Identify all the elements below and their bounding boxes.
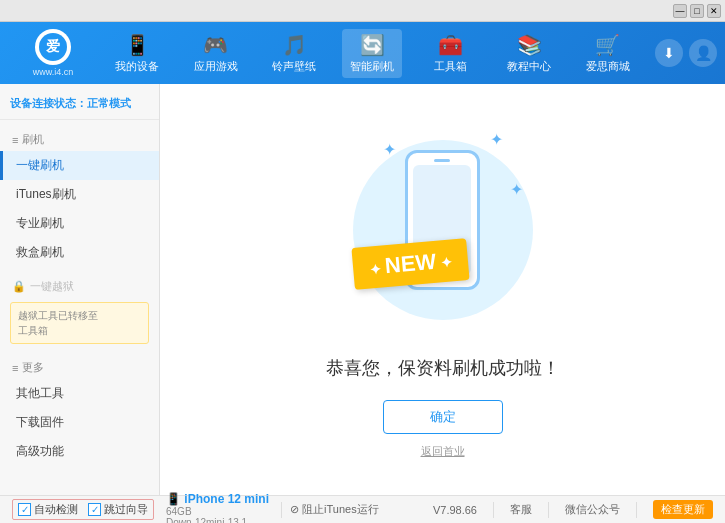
divider-4 — [636, 502, 637, 518]
nav-app-game-label: 应用游戏 — [194, 59, 238, 74]
nav-toolbox-icon: 🧰 — [438, 33, 463, 57]
nav-my-device-icon: 📱 — [125, 33, 150, 57]
jb-notice: 越狱工具已转移至工具箱 — [10, 302, 149, 344]
title-bar: — □ ✕ — [0, 0, 725, 22]
nav-mall-icon: 🛒 — [595, 33, 620, 57]
skip-wizard-checkbox[interactable]: ✓ 跳过向导 — [88, 502, 148, 517]
device-storage: 64GB — [166, 506, 269, 517]
flash-section-title: ≡ 刷机 — [0, 128, 159, 151]
nav-ringtone-label: 铃声壁纸 — [272, 59, 316, 74]
support-link[interactable]: 客服 — [510, 502, 532, 517]
main-content: NEW ✦ ✦ ✦ 恭喜您，保资料刷机成功啦！ 确定 返回首业 — [160, 84, 725, 495]
checkboxes-group: ✓ 自动检测 ✓ 跳过向导 — [12, 499, 154, 520]
sparkle-3: ✦ — [510, 180, 523, 199]
success-illustration: NEW ✦ ✦ ✦ — [343, 120, 543, 340]
sidebar-other-tools[interactable]: 其他工具 — [0, 379, 159, 408]
maximize-btn[interactable]: □ — [690, 4, 704, 18]
version-label: V7.98.66 — [433, 504, 477, 516]
logo-circle: 爱 — [35, 29, 71, 65]
status-value: 正常模式 — [87, 97, 131, 109]
stop-icon: ⊘ — [290, 503, 299, 516]
home-link[interactable]: 返回首业 — [421, 444, 465, 459]
nav-toolbox[interactable]: 🧰 工具箱 — [421, 29, 481, 78]
device-info: 📱 iPhone 12 mini 64GB Down-12mini-13,1 — [162, 492, 273, 524]
phone-speaker — [434, 159, 450, 162]
nav-mall[interactable]: 🛒 爱思商城 — [578, 29, 638, 78]
nav-tutorial-label: 教程中心 — [507, 59, 551, 74]
nav-app-game-icon: 🎮 — [203, 33, 228, 57]
top-nav: 爱 www.i4.cn 📱 我的设备 🎮 应用游戏 🎵 铃声壁纸 🔄 智能刷机 … — [0, 22, 725, 84]
nav-tutorial-icon: 📚 — [517, 33, 542, 57]
sidebar-advanced[interactable]: 高级功能 — [0, 437, 159, 466]
device-name: iPhone 12 mini — [184, 492, 269, 506]
close-btn[interactable]: ✕ — [707, 4, 721, 18]
confirm-button[interactable]: 确定 — [383, 400, 503, 434]
skip-wizard-label: 跳过向导 — [104, 502, 148, 517]
nav-smart-flash[interactable]: 🔄 智能刷机 — [342, 29, 402, 78]
auto-detect-checkbox[interactable]: ✓ 自动检测 — [18, 502, 78, 517]
device-phone-icon: 📱 — [166, 492, 181, 506]
nav-toolbox-label: 工具箱 — [434, 59, 467, 74]
flash-section: ≡ 刷机 一键刷机 iTunes刷机 专业刷机 救盒刷机 — [0, 124, 159, 271]
skip-wizard-box[interactable]: ✓ — [88, 503, 101, 516]
more-section: ≡ 更多 其他工具 下载固件 高级功能 — [0, 352, 159, 470]
user-btn[interactable]: 👤 — [689, 39, 717, 67]
nav-smart-flash-icon: 🔄 — [360, 33, 385, 57]
nav-tutorial[interactable]: 📚 教程中心 — [499, 29, 559, 78]
sidebar-dl-firmware[interactable]: 下载固件 — [0, 408, 159, 437]
sidebar-one-key-flash[interactable]: 一键刷机 — [0, 151, 159, 180]
nav-mall-label: 爱思商城 — [586, 59, 630, 74]
nav-smart-flash-label: 智能刷机 — [350, 59, 394, 74]
sidebar-itunes-flash[interactable]: iTunes刷机 — [0, 180, 159, 209]
nav-my-device[interactable]: 📱 我的设备 — [107, 29, 167, 78]
sidebar-baseband-flash[interactable]: 救盒刷机 — [0, 238, 159, 267]
flash-icon: ≡ — [12, 134, 18, 146]
main-layout: 设备连接状态：正常模式 ≡ 刷机 一键刷机 iTunes刷机 专业刷机 救盒刷机… — [0, 84, 725, 495]
logo-area: 爱 www.i4.cn — [8, 29, 98, 77]
sidebar: 设备连接状态：正常模式 ≡ 刷机 一键刷机 iTunes刷机 专业刷机 救盒刷机… — [0, 84, 160, 495]
minimize-btn[interactable]: — — [673, 4, 687, 18]
sparkle-1: ✦ — [383, 140, 396, 159]
lock-icon: 🔒 — [12, 280, 26, 293]
download-btn[interactable]: ⬇ — [655, 39, 683, 67]
divider-3 — [548, 502, 549, 518]
stop-itunes[interactable]: ⊘ 阻止iTunes运行 — [290, 502, 379, 517]
sparkle-2: ✦ — [490, 130, 503, 149]
update-button[interactable]: 检查更新 — [653, 500, 713, 519]
more-icon: ≡ — [12, 362, 18, 374]
divider-2 — [493, 502, 494, 518]
status-label: 设备连接状态： — [10, 97, 87, 109]
nav-right-buttons: ⬇ 👤 — [655, 39, 717, 67]
jb-section: 🔒 一键越狱 越狱工具已转移至工具箱 — [0, 271, 159, 352]
status-bar: 设备连接状态：正常模式 — [0, 92, 159, 120]
bottom-right: V7.98.66 客服 微信公众号 检查更新 — [433, 500, 713, 519]
sidebar-pro-flash[interactable]: 专业刷机 — [0, 209, 159, 238]
success-title: 恭喜您，保资料刷机成功啦！ — [326, 356, 560, 380]
nav-ringtone[interactable]: 🎵 铃声壁纸 — [264, 29, 324, 78]
logo-inner: 爱 — [39, 33, 67, 61]
bottom-left: ✓ 自动检测 ✓ 跳过向导 📱 iPhone 12 mini 64GB Down… — [12, 492, 379, 524]
nav-items: 📱 我的设备 🎮 应用游戏 🎵 铃声壁纸 🔄 智能刷机 🧰 工具箱 📚 教程中心… — [98, 29, 647, 78]
nav-app-game[interactable]: 🎮 应用游戏 — [186, 29, 246, 78]
divider-1 — [281, 502, 282, 518]
auto-detect-box[interactable]: ✓ — [18, 503, 31, 516]
bottom-bar: ✓ 自动检测 ✓ 跳过向导 📱 iPhone 12 mini 64GB Down… — [0, 495, 725, 523]
nav-ringtone-icon: 🎵 — [282, 33, 307, 57]
more-section-title: ≡ 更多 — [0, 356, 159, 379]
wechat-link[interactable]: 微信公众号 — [565, 502, 620, 517]
nav-my-device-label: 我的设备 — [115, 59, 159, 74]
jb-section-title: 🔒 一键越狱 — [0, 275, 159, 298]
device-model: Down-12mini-13,1 — [166, 517, 269, 524]
logo-text: www.i4.cn — [33, 67, 74, 77]
auto-detect-label: 自动检测 — [34, 502, 78, 517]
